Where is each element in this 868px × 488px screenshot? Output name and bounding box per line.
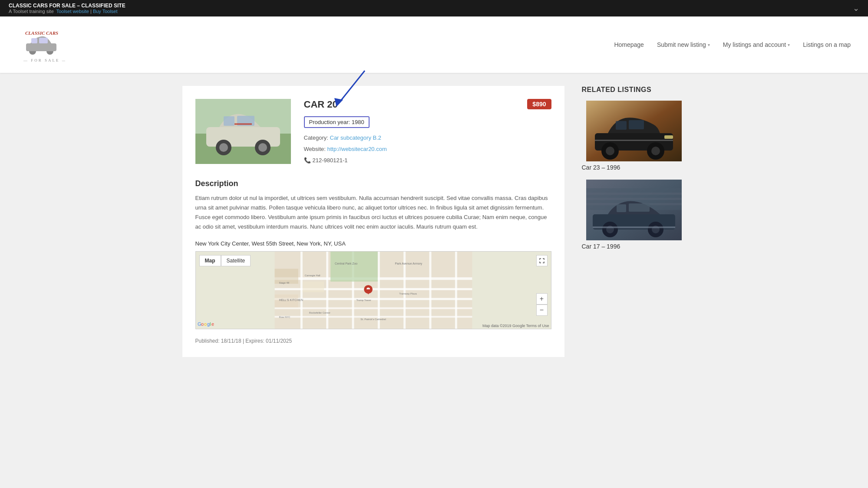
svg-point-15 bbox=[258, 143, 267, 152]
phone-icon: 📞 bbox=[304, 155, 311, 166]
svg-text:o: o bbox=[204, 321, 207, 327]
related-car-1-svg bbox=[582, 101, 686, 161]
related-listings-title: RELATED LISTINGS bbox=[582, 86, 686, 94]
car-category-link[interactable]: Car subcategory B.2 bbox=[330, 134, 382, 141]
logo-icon: CLASSIC CARS — FOR SALE — bbox=[17, 25, 65, 64]
related-item-title-2: Car 17 – 1996 bbox=[582, 243, 686, 250]
main-nav: Homepage Submit new listing ▾ My listing… bbox=[614, 41, 851, 48]
map-zoom-controls: + − bbox=[536, 293, 548, 316]
related-item[interactable]: Car 23 – 1996 bbox=[582, 101, 686, 171]
svg-text:e: e bbox=[211, 321, 214, 327]
svg-text:St. Patrick's Cathedral: St. Patrick's Cathedral bbox=[360, 318, 386, 321]
svg-rect-3 bbox=[26, 43, 56, 51]
svg-rect-77 bbox=[617, 204, 626, 212]
svg-text:Row NYC: Row NYC bbox=[279, 316, 290, 319]
price-badge: $890 bbox=[527, 99, 551, 109]
related-car-2-svg bbox=[582, 180, 686, 240]
nav-homepage[interactable]: Homepage bbox=[614, 41, 644, 48]
svg-point-59 bbox=[606, 147, 614, 155]
svg-text:Rockefeller Center: Rockefeller Center bbox=[309, 312, 330, 314]
svg-point-13 bbox=[219, 143, 228, 152]
sidebar: RELATED LISTINGS bbox=[582, 86, 686, 357]
svg-rect-24 bbox=[274, 316, 472, 318]
main-content: CAR 20 $890 Production year: 1980 Catego… bbox=[182, 86, 564, 357]
svg-text:Park Avenue Armory: Park Avenue Armory bbox=[395, 262, 422, 265]
car-image bbox=[195, 99, 291, 164]
map-tab-map[interactable]: Map bbox=[199, 255, 221, 266]
map-toolbar: Map Satellite bbox=[199, 255, 251, 266]
site-title: CLASSIC CARS FOR SALE – CLASSIFIED SITE bbox=[9, 3, 125, 9]
map-tab-satellite[interactable]: Satellite bbox=[221, 255, 251, 266]
nav-listings-map[interactable]: Listings on a map bbox=[803, 41, 851, 48]
map-data-credit: Map data ©2019 Google Terms of Use bbox=[482, 324, 549, 328]
svg-rect-4 bbox=[31, 38, 37, 43]
svg-rect-23 bbox=[274, 308, 472, 309]
google-logo: G o o g l e bbox=[198, 321, 215, 327]
map-zoom-out[interactable]: − bbox=[536, 305, 548, 316]
svg-text:Central Park Zoo: Central Park Zoo bbox=[335, 262, 357, 265]
svg-rect-5 bbox=[39, 38, 48, 43]
related-item-image-1 bbox=[582, 101, 686, 161]
svg-rect-26 bbox=[326, 252, 328, 329]
svg-rect-63 bbox=[629, 120, 644, 129]
map-zoom-in[interactable]: + bbox=[536, 293, 548, 305]
svg-text:Stage 48: Stage 48 bbox=[279, 282, 289, 285]
related-item[interactable]: Car 17 – 1996 bbox=[582, 180, 686, 250]
top-bar-sub: A Toolset training site Toolset website … bbox=[9, 9, 125, 14]
svg-rect-16 bbox=[234, 123, 252, 125]
svg-text:CLASSIC CARS: CLASSIC CARS bbox=[25, 30, 58, 36]
svg-text:Trump Tower: Trump Tower bbox=[356, 299, 371, 301]
car-website-link[interactable]: http://websitecar20.com bbox=[327, 146, 386, 152]
buy-toolset-link[interactable]: Buy Toolset bbox=[93, 9, 118, 14]
header: CLASSIC CARS — FOR SALE — Homepage Submi… bbox=[0, 16, 868, 73]
page-wrapper: CAR 20 $890 Production year: 1980 Catego… bbox=[174, 73, 695, 370]
toolset-website-link[interactable]: Toolset website bbox=[56, 9, 89, 14]
car-photo-svg bbox=[195, 99, 291, 164]
logo-area: CLASSIC CARS — FOR SALE — bbox=[17, 25, 65, 64]
svg-text:Carnegie Hall: Carnegie Hall bbox=[304, 275, 320, 277]
svg-rect-32 bbox=[330, 252, 378, 282]
related-item-image-2 bbox=[582, 180, 686, 240]
car-phone: 📞 212-980121-1 bbox=[304, 155, 551, 166]
svg-text:— FOR SALE —: — FOR SALE — bbox=[23, 58, 65, 62]
svg-text:Tramway Plaza: Tramway Plaza bbox=[399, 292, 417, 295]
training-label: A Toolset training site bbox=[9, 9, 54, 14]
map-fullscreen-button[interactable] bbox=[536, 255, 548, 266]
nav-submit-listing[interactable]: Submit new listing ▾ bbox=[657, 41, 710, 48]
car-meta: Category: Car subcategory B.2 Website: h… bbox=[304, 132, 551, 166]
svg-rect-30 bbox=[429, 252, 431, 329]
car-category: Category: Car subcategory B.2 bbox=[304, 132, 551, 144]
map-credit: G o o g l e bbox=[198, 321, 215, 328]
svg-rect-28 bbox=[377, 252, 380, 329]
svg-rect-70 bbox=[586, 198, 682, 200]
svg-point-61 bbox=[651, 147, 660, 155]
svg-rect-78 bbox=[629, 203, 650, 212]
top-bar: CLASSIC CARS FOR SALE – CLASSIFIED SITE … bbox=[0, 0, 868, 16]
svg-rect-69 bbox=[586, 193, 682, 195]
svg-rect-34 bbox=[302, 282, 323, 293]
svg-rect-65 bbox=[664, 135, 673, 139]
svg-text:HELL'S KITCHEN: HELL'S KITCHEN bbox=[279, 298, 303, 301]
svg-rect-22 bbox=[274, 298, 472, 300]
chevron-down-icon[interactable]: ⌄ bbox=[853, 3, 859, 13]
svg-rect-25 bbox=[300, 252, 302, 329]
published-meta: Published: 18/11/18 | Expires: 01/11/202… bbox=[195, 338, 551, 344]
car-info: CAR 20 $890 Production year: 1980 Catego… bbox=[304, 99, 551, 166]
car-photo bbox=[195, 99, 291, 164]
car-title-row: CAR 20 $890 bbox=[304, 99, 551, 110]
top-bar-left: CLASSIC CARS FOR SALE – CLASSIFIED SITE … bbox=[9, 3, 125, 14]
location-section: New York City Center, West 55th Street, … bbox=[195, 240, 551, 329]
description-title: Description bbox=[195, 179, 551, 188]
svg-rect-62 bbox=[616, 121, 627, 130]
chevron-down-icon: ▾ bbox=[788, 43, 790, 47]
svg-rect-64 bbox=[595, 140, 673, 141]
car-website: Website: http://websitecar20.com bbox=[304, 144, 551, 155]
svg-rect-10 bbox=[224, 116, 234, 126]
svg-text:o: o bbox=[201, 321, 204, 327]
nav-my-listings[interactable]: My listings and account ▾ bbox=[723, 41, 790, 48]
description-section: Description Etiam rutrum dolor ut nul la… bbox=[195, 179, 551, 232]
svg-line-17 bbox=[339, 71, 365, 103]
map-container: Central Park Zoo Park Avenue Armory Stag… bbox=[195, 251, 551, 329]
car-detail-top: CAR 20 $890 Production year: 1980 Catego… bbox=[195, 99, 551, 166]
description-text: Etiam rutrum dolor ut nul la impordiet, … bbox=[195, 193, 551, 232]
